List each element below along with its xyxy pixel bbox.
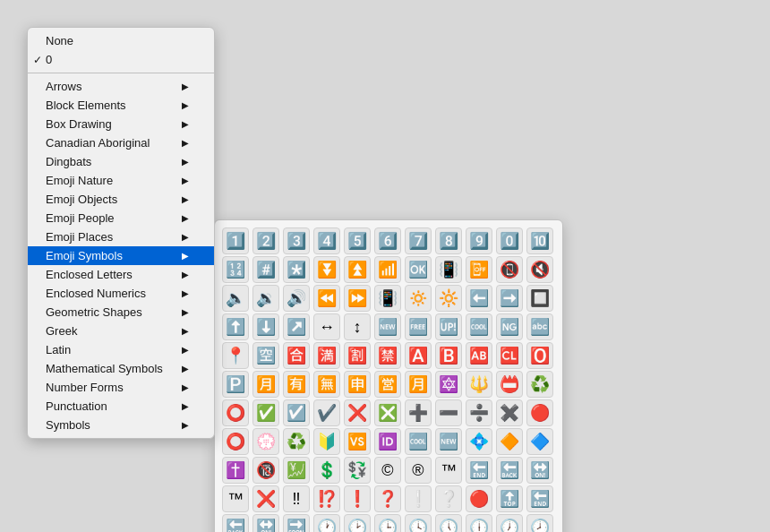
emoji-cell-5-2[interactable]: 🈶 (283, 371, 310, 398)
emoji-cell-7-7[interactable]: 🆕 (435, 428, 462, 455)
emoji-cell-9-2[interactable]: ‼️ (283, 485, 310, 512)
emoji-cell-0-0[interactable]: 1️⃣ (222, 227, 249, 254)
emoji-cell-7-8[interactable]: 💠 (466, 428, 492, 455)
emoji-cell-1-8[interactable]: 📴 (466, 256, 492, 283)
emoji-cell-5-1[interactable]: 🈷️ (252, 371, 279, 398)
emoji-cell-0-2[interactable]: 3️⃣ (283, 227, 310, 254)
menu-item-punctuation[interactable]: Punctuation ▶ (28, 397, 214, 416)
emoji-cell-1-1[interactable]: #️⃣ (252, 256, 279, 283)
emoji-cell-4-9[interactable]: 🆑 (496, 342, 523, 369)
emoji-cell-8-10[interactable]: 🔛 (526, 457, 553, 484)
emoji-cell-9-9[interactable]: 🔝 (496, 485, 523, 512)
emoji-cell-8-8[interactable]: 🔚 (466, 457, 492, 484)
emoji-cell-0-3[interactable]: 4️⃣ (313, 227, 340, 254)
emoji-cell-10-2[interactable]: 🔜 (283, 514, 310, 532)
emoji-cell-9-5[interactable]: ❓ (374, 485, 401, 512)
emoji-cell-2-9[interactable]: ➡️ (496, 285, 523, 312)
menu-item-none[interactable]: None (28, 31, 214, 50)
emoji-cell-6-2[interactable]: ☑️ (283, 399, 310, 426)
emoji-cell-8-3[interactable]: 💲 (313, 457, 340, 484)
emoji-cell-4-1[interactable]: 🈳 (252, 342, 279, 369)
emoji-cell-2-6[interactable]: 🔅 (405, 285, 432, 312)
menu-item-mathematical-symbols[interactable]: Mathematical Symbols ▶ (28, 359, 214, 378)
emoji-cell-0-4[interactable]: 5️⃣ (344, 227, 371, 254)
menu-item-box-drawing[interactable]: Box Drawing ▶ (28, 115, 214, 133)
emoji-cell-9-8[interactable]: 🔴 (466, 485, 492, 512)
emoji-cell-7-10[interactable]: 🔷 (526, 428, 553, 455)
emoji-cell-4-3[interactable]: 🈵 (313, 342, 340, 369)
emoji-cell-10-10[interactable]: 🕗 (526, 514, 553, 532)
emoji-cell-7-6[interactable]: 🆒 (405, 428, 432, 455)
emoji-cell-9-10[interactable]: 🔚 (526, 485, 553, 512)
menu-item-zero[interactable]: 0 (28, 50, 214, 69)
menu-item-enclosed-numerics[interactable]: Enclosed Numerics ▶ (28, 284, 214, 303)
emoji-cell-4-6[interactable]: 🅰️ (405, 342, 432, 369)
emoji-cell-2-3[interactable]: ⏪ (313, 285, 340, 312)
emoji-cell-5-9[interactable]: 📛 (496, 371, 523, 398)
menu-item-arrows[interactable]: Arrows ▶ (28, 77, 214, 96)
emoji-cell-1-10[interactable]: 🔇 (526, 256, 553, 283)
emoji-cell-1-4[interactable]: ⏫ (344, 256, 371, 283)
emoji-cell-8-1[interactable]: 🔞 (252, 457, 279, 484)
emoji-cell-10-8[interactable]: 🕕 (466, 514, 492, 532)
emoji-cell-10-9[interactable]: 🕖 (496, 514, 523, 532)
emoji-cell-9-4[interactable]: ❗ (344, 485, 371, 512)
emoji-cell-4-10[interactable]: 🅾️ (526, 342, 553, 369)
emoji-cell-4-8[interactable]: 🆎 (466, 342, 492, 369)
emoji-cell-5-6[interactable]: 🈷️ (405, 371, 432, 398)
emoji-cell-4-7[interactable]: 🅱️ (435, 342, 462, 369)
emoji-cell-3-5[interactable]: 🆕 (374, 313, 401, 340)
menu-item-number-forms[interactable]: Number Forms ▶ (28, 378, 214, 397)
emoji-cell-3-9[interactable]: 🆖 (496, 313, 523, 340)
menu-item-emoji-symbols[interactable]: Emoji Symbols ▶ (28, 246, 214, 265)
emoji-cell-6-0[interactable]: ⭕ (222, 399, 249, 426)
emoji-cell-9-6[interactable]: ❕ (405, 485, 432, 512)
emoji-cell-6-3[interactable]: ✔️ (313, 399, 340, 426)
emoji-cell-0-8[interactable]: 9️⃣ (466, 227, 492, 254)
emoji-cell-2-7[interactable]: 🔆 (435, 285, 462, 312)
emoji-cell-5-8[interactable]: 🔱 (466, 371, 492, 398)
emoji-cell-1-5[interactable]: 📶 (374, 256, 401, 283)
emoji-cell-8-2[interactable]: 💹 (283, 457, 310, 484)
emoji-cell-9-7[interactable]: ❔ (435, 485, 462, 512)
emoji-cell-6-1[interactable]: ✅ (252, 399, 279, 426)
menu-item-dingbats[interactable]: Dingbats ▶ (28, 152, 214, 171)
emoji-cell-9-3[interactable]: ⁉️ (313, 485, 340, 512)
emoji-cell-9-0[interactable]: ™️ (222, 485, 249, 512)
emoji-cell-0-9[interactable]: 0️⃣ (496, 227, 523, 254)
emoji-cell-3-6[interactable]: 🆓 (405, 313, 432, 340)
emoji-cell-8-9[interactable]: 🔙 (496, 457, 523, 484)
emoji-cell-1-9[interactable]: 📵 (496, 256, 523, 283)
menu-item-enclosed-letters[interactable]: Enclosed Letters ▶ (28, 265, 214, 284)
emoji-cell-10-4[interactable]: 🕑 (344, 514, 371, 532)
emoji-cell-4-2[interactable]: 🈴 (283, 342, 310, 369)
emoji-cell-5-10[interactable]: ♻️ (526, 371, 553, 398)
emoji-cell-10-0[interactable]: 🔙 (222, 514, 249, 532)
menu-item-emoji-places[interactable]: Emoji Places ▶ (28, 227, 214, 246)
menu-item-block-elements[interactable]: Block Elements ▶ (28, 96, 214, 115)
emoji-cell-10-5[interactable]: 🕒 (374, 514, 401, 532)
emoji-cell-10-7[interactable]: 🕔 (435, 514, 462, 532)
menu-item-emoji-objects[interactable]: Emoji Objects ▶ (28, 190, 214, 209)
emoji-cell-7-2[interactable]: ♻️ (283, 428, 310, 455)
menu-item-greek[interactable]: Greek ▶ (28, 322, 214, 340)
emoji-cell-2-5[interactable]: 📳 (374, 285, 401, 312)
emoji-cell-3-1[interactable]: ⬇️ (252, 313, 279, 340)
emoji-cell-3-3[interactable]: ↔️ (313, 313, 340, 340)
emoji-cell-3-8[interactable]: 🆒 (466, 313, 492, 340)
emoji-cell-0-6[interactable]: 7️⃣ (405, 227, 432, 254)
emoji-cell-2-1[interactable]: 🔉 (252, 285, 279, 312)
emoji-cell-7-1[interactable]: 💮 (252, 428, 279, 455)
emoji-cell-7-4[interactable]: 🆚 (344, 428, 371, 455)
emoji-cell-4-0[interactable]: 📍 (222, 342, 249, 369)
emoji-cell-0-10[interactable]: 🔟 (526, 227, 553, 254)
emoji-cell-2-2[interactable]: 🔊 (283, 285, 310, 312)
emoji-cell-1-2[interactable]: *️⃣ (283, 256, 310, 283)
emoji-cell-6-4[interactable]: ❌ (344, 399, 371, 426)
emoji-cell-4-5[interactable]: 🈲 (374, 342, 401, 369)
emoji-cell-9-1[interactable]: ❌ (252, 485, 279, 512)
emoji-cell-6-7[interactable]: ➖ (435, 399, 462, 426)
emoji-cell-6-9[interactable]: ✖️ (496, 399, 523, 426)
emoji-cell-3-0[interactable]: ⬆️ (222, 313, 249, 340)
emoji-cell-10-3[interactable]: 🕐 (313, 514, 340, 532)
